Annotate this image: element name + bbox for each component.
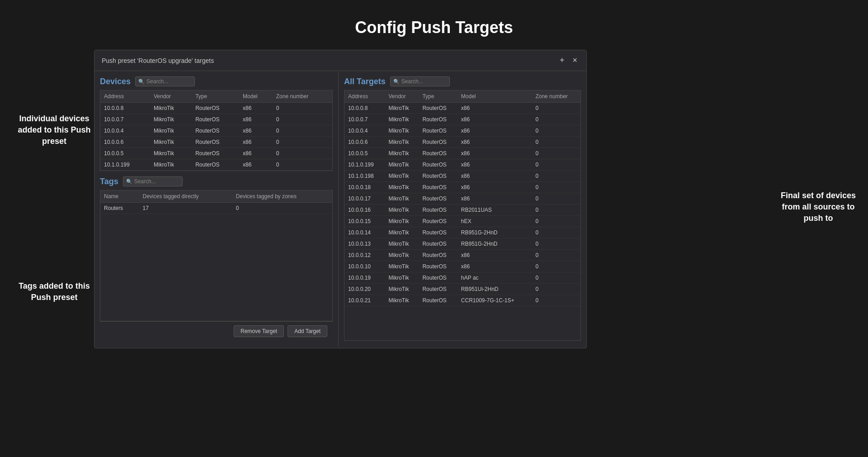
devices-col-zone-number: Zone number: [273, 90, 332, 103]
left-panel: Devices 🔍 AddressVendorTypeModelZone num…: [94, 71, 339, 346]
tags-section: Tags 🔍 NameDevices tagged directlyDevice…: [100, 176, 333, 321]
annotation-final-devices: Final set of devices from all sources to…: [773, 190, 863, 224]
table-row[interactable]: 10.0.0.15MikroTikRouterOShEX0: [344, 216, 580, 227]
table-row[interactable]: 10.0.0.17MikroTikRouterOSx860: [344, 193, 580, 205]
table-row[interactable]: 10.0.0.7MikroTikRouterOSx860: [100, 114, 332, 125]
table-row[interactable]: 10.0.0.19MikroTikRouterOShAP ac0: [344, 272, 580, 284]
all-targets-col-model: Model: [458, 90, 532, 103]
devices-table-header-row: AddressVendorTypeModelZone number: [100, 90, 332, 103]
tags-search-box[interactable]: 🔍: [123, 176, 183, 186]
devices-table-head: AddressVendorTypeModelZone number: [100, 90, 332, 103]
all-targets-table-container: AddressVendorTypeModelZone number 10.0.0…: [344, 90, 581, 341]
table-row[interactable]: 10.0.0.5MikroTikRouterOSx860: [344, 148, 580, 159]
tags-table-container: NameDevices tagged directlyDevices tagge…: [100, 190, 333, 321]
table-row[interactable]: 10.1.0.199MikroTikRouterOSx860: [344, 159, 580, 171]
modal-body: Devices 🔍 AddressVendorTypeModelZone num…: [94, 71, 586, 346]
tags-table-body: Routers170: [100, 203, 332, 214]
all-targets-col-address: Address: [344, 90, 385, 103]
all-targets-col-vendor: Vendor: [385, 90, 419, 103]
devices-col-type: Type: [192, 90, 239, 103]
table-row[interactable]: 10.1.0.198MikroTikRouterOSx860: [344, 171, 580, 182]
table-row[interactable]: 10.0.0.6MikroTikRouterOSx860: [344, 137, 580, 148]
table-row[interactable]: 10.0.0.16MikroTikRouterOSRB2011UAS0: [344, 205, 580, 216]
all-targets-header-row: AddressVendorTypeModelZone number: [344, 90, 580, 103]
page-title: Config Push Targets: [0, 0, 868, 51]
modal-plus-button[interactable]: +: [558, 56, 566, 65]
all-targets-table: AddressVendorTypeModelZone number 10.0.0…: [344, 90, 580, 306]
devices-search-input[interactable]: [146, 78, 192, 85]
tags-title: Tags: [100, 177, 118, 186]
all-targets-table-head: AddressVendorTypeModelZone number: [344, 90, 580, 103]
devices-col-vendor: Vendor: [150, 90, 192, 103]
tags-search-input[interactable]: [134, 178, 179, 185]
add-target-button[interactable]: Add Target: [288, 325, 327, 337]
all-targets-search-input[interactable]: [401, 78, 447, 85]
tags-col-devices-tagged-by-zones: Devices tagged by zones: [232, 190, 332, 203]
annotation-devices: Individual devices added to this Push pr…: [9, 113, 99, 148]
remove-target-button[interactable]: Remove Target: [234, 325, 284, 337]
annotation-tags: Tags added to this Push preset: [9, 281, 99, 303]
all-targets-search-icon: 🔍: [393, 79, 400, 85]
table-row[interactable]: 10.0.0.8MikroTikRouterOSx860: [100, 103, 332, 114]
modal-title: Push preset 'RouterOS upgrade' targets: [102, 57, 214, 64]
table-row[interactable]: 10.0.0.21MikroTikRouterOSCCR1009-7G-1C-1…: [344, 295, 580, 306]
devices-search-box[interactable]: 🔍: [135, 76, 195, 86]
devices-table: AddressVendorTypeModelZone number 10.0.0…: [100, 90, 332, 171]
table-row[interactable]: 10.0.0.12MikroTikRouterOSx860: [344, 250, 580, 261]
table-row[interactable]: 10.0.0.4MikroTikRouterOSx860: [344, 125, 580, 137]
all-targets-col-type: Type: [419, 90, 457, 103]
devices-search-icon: 🔍: [138, 79, 145, 85]
tags-table-header-row: NameDevices tagged directlyDevices tagge…: [100, 190, 332, 203]
table-row[interactable]: 10.0.0.8MikroTikRouterOSx860: [344, 103, 580, 114]
table-row[interactable]: 10.0.0.18MikroTikRouterOSx860: [344, 182, 580, 193]
table-row[interactable]: 10.0.0.5MikroTikRouterOSx860: [100, 148, 332, 159]
devices-table-container: AddressVendorTypeModelZone number 10.0.0…: [100, 90, 333, 171]
modal-close-button[interactable]: ×: [571, 56, 579, 65]
tags-header: Tags 🔍: [100, 176, 333, 186]
devices-col-address: Address: [100, 90, 150, 103]
tags-search-icon: 🔍: [126, 179, 132, 185]
devices-col-model: Model: [239, 90, 273, 103]
right-panel: All Targets 🔍 AddressVendorTypeModelZone…: [339, 71, 586, 346]
table-row[interactable]: 10.0.0.13MikroTikRouterOSRB951G-2HnD0: [344, 238, 580, 250]
devices-section: Devices 🔍 AddressVendorTypeModelZone num…: [100, 76, 333, 171]
table-row[interactable]: 10.1.0.199MikroTikRouterOSx860: [100, 159, 332, 171]
all-targets-header: All Targets 🔍: [344, 76, 581, 86]
all-targets-col-zone-number: Zone number: [532, 90, 580, 103]
all-targets-title: All Targets: [344, 77, 386, 86]
all-targets-table-body: 10.0.0.8MikroTikRouterOSx86010.0.0.7Mikr…: [344, 103, 580, 306]
modal-container: Push preset 'RouterOS upgrade' targets +…: [94, 50, 587, 348]
tags-table-head: NameDevices tagged directlyDevices tagge…: [100, 190, 332, 203]
bottom-buttons: Remove Target Add Target: [100, 321, 333, 341]
all-targets-search-box[interactable]: 🔍: [390, 76, 450, 86]
devices-title: Devices: [100, 77, 131, 86]
table-row[interactable]: 10.0.0.7MikroTikRouterOSx860: [344, 114, 580, 125]
table-row[interactable]: 10.0.0.10MikroTikRouterOSx860: [344, 261, 580, 272]
devices-table-body: 10.0.0.8MikroTikRouterOSx86010.0.0.7Mikr…: [100, 103, 332, 171]
tags-col-name: Name: [100, 190, 139, 203]
table-row[interactable]: 10.0.0.20MikroTikRouterOSRB951Ui-2HnD0: [344, 284, 580, 295]
table-row[interactable]: 10.0.0.4MikroTikRouterOSx860: [100, 125, 332, 137]
table-row[interactable]: 10.0.0.14MikroTikRouterOSRB951G-2HnD0: [344, 227, 580, 238]
tags-table: NameDevices tagged directlyDevices tagge…: [100, 190, 332, 214]
devices-header: Devices 🔍: [100, 76, 333, 86]
modal-header: Push preset 'RouterOS upgrade' targets +…: [94, 50, 586, 71]
table-row[interactable]: Routers170: [100, 203, 332, 214]
tags-col-devices-tagged-directly: Devices tagged directly: [139, 190, 232, 203]
modal-action-buttons: + ×: [558, 56, 579, 65]
left-layout: Devices 🔍 AddressVendorTypeModelZone num…: [100, 76, 333, 321]
table-row[interactable]: 10.0.0.6MikroTikRouterOSx860: [100, 137, 332, 148]
